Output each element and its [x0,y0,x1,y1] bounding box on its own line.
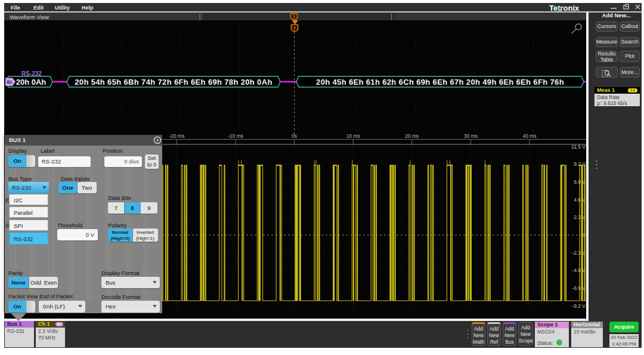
svg-text:2.3 V: 2.3 V [574,214,586,220]
svg-text:40 ms: 40 ms [522,133,536,139]
svg-text:-20 ms: -20 ms [169,133,184,139]
svg-text:9.2 V: 9.2 V [574,161,586,167]
svg-text:T: T [293,14,296,20]
svg-text:20 ms: 20 ms [405,133,419,139]
svg-text:0: 0 [583,232,586,238]
svg-text:-4.6 V: -4.6 V [572,267,586,273]
svg-text:10 ms: 10 ms [346,133,360,139]
svg-text:B1: B1 [7,80,13,84]
svg-text:?: ? [156,138,159,143]
svg-text:6.9 V: 6.9 V [574,179,586,185]
svg-text:-10 ms: -10 ms [228,133,243,139]
svg-text:T: T [293,26,296,31]
svg-text:20h 54h 65h 6Bh 74h 72h 6Fh 6E: 20h 54h 65h 6Bh 74h 72h 6Fh 6Eh 69h 78h … [75,78,272,87]
svg-text:30 ms: 30 ms [464,133,478,139]
svg-text:20h 0Ah: 20h 0Ah [16,78,47,87]
svg-text:-2.3 V: -2.3 V [572,250,586,256]
svg-text:20h 45h 6Eh 61h 62h 6Ch 69h 6E: 20h 45h 6Eh 61h 62h 6Ch 69h 6Eh 67h 20h … [316,78,564,87]
svg-text:-6.9 V: -6.9 V [572,285,586,291]
svg-text:4.6 V: 4.6 V [574,197,586,203]
svg-text:11.5 V: 11.5 V [571,144,586,150]
svg-text:-9.2 V: -9.2 V [572,303,586,309]
